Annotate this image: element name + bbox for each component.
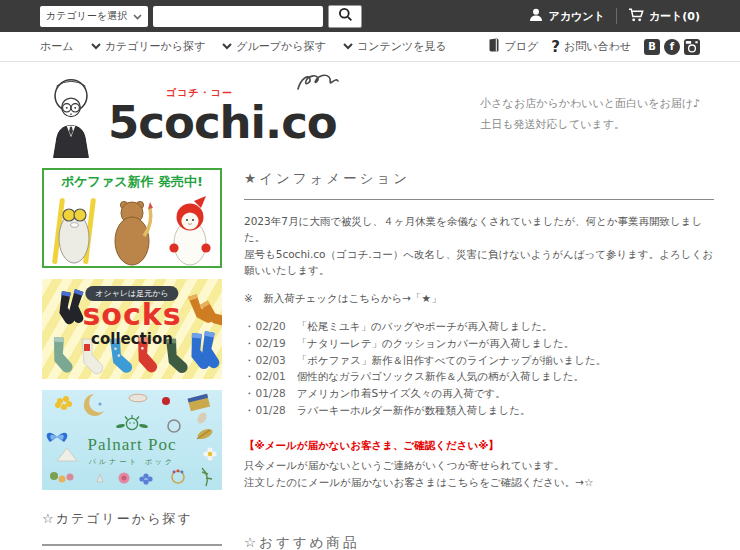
topbar: カテゴリーを選択 アカウント カート(0) — [0, 0, 740, 32]
main-nav: ホーム カテゴリーから探す グループから探す コンテンツを見る — [0, 32, 740, 62]
logo-squiggle-icon — [295, 72, 341, 98]
nav-item-home[interactable]: ホーム — [40, 39, 74, 54]
page: カテゴリーを選択 アカウント カート(0) — [0, 0, 740, 550]
nav-item-blog[interactable]: ブログ — [487, 38, 538, 55]
banner-pokefasu-text: ポケファス新作 発売中! — [44, 173, 220, 191]
news-text: アメリカン巾着Sサイズ久々の再入荷です。 — [297, 385, 506, 402]
account-label: アカウント — [548, 9, 604, 24]
section-divider — [244, 199, 714, 200]
news-text: 「松尾ミユキ」のバッグやポーチが再入荷しました。 — [297, 318, 553, 335]
yellow-flower — [55, 396, 72, 410]
accordion-book — [188, 394, 211, 411]
nav-right: ブログ ? お問い合わせ B f — [487, 38, 700, 56]
bear-character — [115, 201, 153, 265]
nav-item-category[interactable]: カテゴリーから探す — [91, 39, 206, 54]
alert-line2: 注文したのにメールが届かないお客さまはこちらをご確認ください。→☆ — [244, 476, 593, 488]
question-mark-icon: ? — [551, 38, 560, 56]
search-input[interactable] — [153, 6, 323, 27]
tagline-line1: 小さなお店からかわいいと面白いをお届け♪ — [480, 94, 700, 115]
search-button[interactable] — [328, 5, 362, 28]
tagline-line2: 土日も発送対応しています。 — [480, 115, 700, 136]
sidebar: ポケファス新作 発売中! — [42, 168, 222, 550]
news-text: 「ナタリーレテ」のクッションカバーが再入荷しました。 — [297, 335, 574, 352]
rose-brooch — [119, 473, 130, 484]
cat-character — [169, 196, 210, 265]
new-arrival-check-note: ※ 新入荷チェックはこちらから→「★」 — [244, 292, 714, 306]
news-text: 「ポケファス」新作＆旧作すべてのラインナップが揃いました。 — [297, 352, 606, 369]
category-select[interactable]: カテゴリーを選択 — [40, 6, 148, 27]
banner-socks-subtitle: collection — [42, 332, 222, 347]
chevron-down-icon — [133, 11, 142, 22]
info-heading: ★インフォメーション — [244, 170, 714, 188]
nav-item-contents[interactable]: コンテンツを見る — [343, 39, 447, 54]
banner-socks-title: socks — [42, 300, 222, 330]
banner-palnart-title: Palnart Poc — [42, 436, 222, 455]
news-text: ラバーキーホルダー新作が数種類入荷しました。 — [297, 402, 531, 419]
main-column: ★インフォメーション 2023年7月に大雨で被災し、４ヶ月休業を余儀なくされてい… — [244, 168, 714, 550]
figures-cluster — [50, 472, 74, 483]
news-date: 02/03 — [256, 352, 286, 369]
blue-flower — [139, 473, 152, 484]
palnart-logo: Palnart Poc パルナート ポック — [42, 414, 222, 467]
news-item: ・ 02/19 「ナタリーレテ」のクッションカバーが再入荷しました。 — [244, 335, 714, 352]
nav-left: ホーム カテゴリーから探す グループから探す コンテンツを見る — [40, 39, 447, 54]
recommend-heading: ☆おすすめ商品 — [244, 534, 714, 550]
mail-alert-text: 只今メールが届かないというご連絡がいくつか寄せられています。 注文したのにメール… — [244, 457, 714, 491]
news-item: ・ 01/28 アメリカン巾着Sサイズ久々の再入荷です。 — [244, 385, 714, 402]
facebook-icon[interactable]: f — [664, 39, 680, 55]
banner-pokefasu[interactable]: ポケファス新作 発売中! — [42, 168, 222, 268]
topbar-right: アカウント カート(0) — [529, 8, 700, 25]
site-logo[interactable]: ゴコチ・コー 5cochi.co — [42, 78, 337, 158]
account-button[interactable]: アカウント — [529, 8, 604, 25]
banner-socks[interactable]: オシャレは足元から socks collection — [42, 279, 222, 379]
intro-paragraph: 2023年7月に大雨で被災し、４ヶ月休業を余儀なくされていましたが、何とか事業再… — [244, 213, 714, 278]
gem-ring — [172, 470, 184, 483]
category-select-label: カテゴリーを選択 — [46, 9, 127, 23]
alert-line1: 只今メールが届かないというご連絡がいくつか寄せられています。 — [244, 459, 564, 471]
logo-text-wrap: ゴコチ・コー 5cochi.co — [108, 78, 337, 158]
news-date: 02/20 — [256, 318, 286, 335]
nav-item-contact[interactable]: ? お問い合わせ — [551, 38, 631, 56]
koi-brooch — [129, 394, 147, 402]
intro-line2: 屋号も5cochi.co（ゴコチ.コー）へ改名し、災害に負けないようがんばって参… — [244, 248, 713, 276]
banner-palnart-furigana: パルナート ポック — [42, 457, 222, 467]
news-item: ・ 02/20 「松尾ミユキ」のバッグやポーチが再入荷しました。 — [244, 318, 714, 335]
mail-alert-heading: 【※メールが届かないお客さま、ご確認ください※】 — [244, 439, 714, 453]
site-header: ゴコチ・コー 5cochi.co 小さなお店からかわいいと面白いをお届け♪ 土日… — [0, 62, 740, 162]
news-date: 02/19 — [256, 335, 286, 352]
instagram-icon[interactable] — [684, 39, 700, 55]
hatena-bookmark-icon[interactable]: B — [644, 39, 660, 55]
chevron-down-icon — [343, 40, 353, 53]
skier-character — [52, 198, 96, 264]
mascot-illustration — [42, 78, 100, 158]
book-icon — [487, 38, 500, 55]
red-berry — [162, 397, 170, 405]
banner-palnart[interactable]: Palnart Poc パルナート ポック — [42, 390, 222, 490]
cart-label: カート(0) — [649, 9, 700, 24]
topbar-divider — [616, 8, 617, 24]
intro-line1: 2023年7月に大雨で被災し、４ヶ月休業を余儀なくされていましたが、何とか事業再… — [244, 215, 702, 243]
logo-furigana: ゴコチ・コー — [166, 86, 233, 100]
search-icon — [338, 7, 353, 25]
news-item: ・ 02/03 「ポケファス」新作＆旧作すべてのラインナップが揃いました。 — [244, 352, 714, 369]
cart-button[interactable]: カート(0) — [628, 8, 700, 25]
category-section-heading: ☆カテゴリーから探す — [42, 510, 222, 528]
cart-icon — [628, 8, 644, 25]
pokefasu-characters-illustration — [44, 194, 220, 266]
nav-item-group[interactable]: グループから探す — [222, 39, 326, 54]
news-date: 02/01 — [256, 368, 286, 385]
content: ポケファス新作 発売中! — [0, 162, 740, 550]
logo-text: 5cochi.co — [108, 98, 337, 148]
account-icon — [529, 8, 543, 25]
social-links: B f — [644, 39, 700, 55]
tagline: 小さなお店からかわいいと面白いをお届け♪ 土日も発送対応しています。 — [480, 78, 700, 136]
chevron-down-icon — [222, 40, 232, 53]
news-date: 01/28 — [256, 402, 286, 419]
bunny-charm — [97, 474, 103, 482]
news-list: ・ 02/20 「松尾ミユキ」のバッグやポーチが再入荷しました。 ・ 02/19… — [244, 318, 714, 419]
section-divider — [42, 544, 222, 546]
news-date: 01/28 — [256, 385, 286, 402]
palnart-sun-icon — [115, 414, 149, 432]
leaf-branch — [202, 468, 212, 486]
news-item: ・ 02/01 個性的なガラパゴソックス新作＆人気の柄が入荷しました。 — [244, 368, 714, 385]
